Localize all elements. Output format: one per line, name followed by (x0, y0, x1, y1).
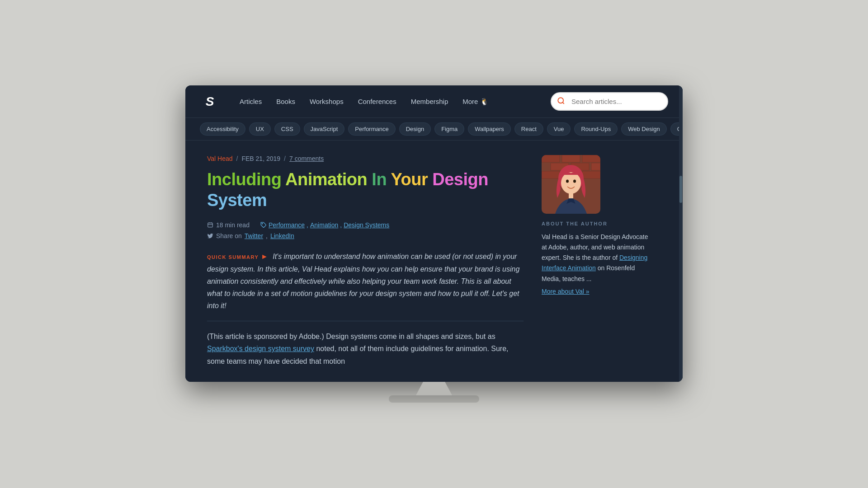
monitor-neck (416, 382, 452, 395)
category-design[interactable]: Design (399, 122, 431, 136)
category-css[interactable]: CSS (274, 122, 300, 136)
search-input[interactable] (551, 92, 668, 111)
nav-more[interactable]: More 🐧 (457, 94, 494, 109)
nav-books[interactable]: Books (271, 94, 301, 109)
read-time-value: 18 min read (216, 221, 250, 229)
svg-rect-14 (542, 171, 560, 178)
title-word-including: Including (207, 170, 285, 189)
comments-link[interactable]: 7 comments (289, 155, 324, 162)
main-nav: Articles Books Workshops Conferences Mem… (234, 94, 536, 109)
meta-separator-1: / (236, 155, 238, 162)
share-twitter[interactable]: Twitter (245, 232, 263, 239)
svg-rect-2 (208, 223, 213, 227)
quick-summary-arrow: ► (261, 253, 268, 260)
search-icon (557, 97, 565, 107)
article-body: (This article is sponsored by Adobe.) De… (207, 330, 524, 367)
svg-rect-9 (562, 155, 580, 162)
article-title: Including Animation In Your Design Syste… (207, 169, 524, 211)
title-word-system: System (207, 191, 267, 210)
quick-summary-label: Quick Summary (207, 254, 259, 260)
category-javascript[interactable]: JavaScript (304, 122, 345, 136)
svg-point-19 (566, 180, 569, 183)
main-content: Val Head / FEB 21, 2019 / 7 comments Inc… (185, 141, 683, 382)
category-react[interactable]: React (514, 122, 543, 136)
logo-letter: S (206, 95, 214, 108)
title-word-design: Design (432, 170, 488, 189)
category-webdesign[interactable]: Web Design (621, 122, 667, 136)
scroll-thumb[interactable] (679, 176, 682, 203)
read-time: 18 min read (207, 221, 250, 229)
article-meta: Val Head / FEB 21, 2019 / 7 comments (207, 155, 524, 162)
svg-point-6 (262, 224, 263, 225)
quick-summary: Quick Summary ► It's important to unders… (207, 250, 524, 312)
share-row: Share on Twitter, LinkedIn (207, 232, 524, 239)
scrollbar[interactable] (679, 85, 683, 382)
category-bar: Accessibility UX CSS JavaScript Performa… (185, 118, 683, 141)
title-word-animation: Animation (285, 170, 372, 189)
sidebar: About The Author Val Head is a Senior De… (542, 155, 650, 367)
author-link[interactable]: Val Head (207, 155, 233, 162)
search-container (551, 92, 668, 111)
tag-performance[interactable]: Performance (269, 221, 305, 229)
clock-icon (207, 222, 213, 228)
site-logo[interactable]: S (200, 92, 220, 112)
sparkbox-link[interactable]: Sparkbox's design system survey (207, 345, 314, 352)
tag-animation[interactable]: Animation (310, 221, 338, 229)
svg-point-20 (573, 180, 576, 183)
share-text: Share on (216, 232, 242, 239)
title-word-your: Your (391, 170, 432, 189)
svg-line-1 (562, 102, 564, 103)
category-performance[interactable]: Performance (348, 122, 395, 136)
category-ux[interactable]: UX (249, 122, 271, 136)
title-word-in: In (372, 170, 391, 189)
content-divider (207, 321, 524, 321)
article: Val Head / FEB 21, 2019 / 7 comments Inc… (207, 155, 524, 367)
svg-rect-10 (582, 155, 600, 162)
nav-workshops[interactable]: Workshops (304, 94, 349, 109)
author-bio: Val Head is a Senior Design Advocate at … (542, 232, 650, 284)
tag-design-systems[interactable]: Design Systems (344, 221, 389, 229)
meta-separator-2: / (284, 155, 286, 162)
article-info-row: 18 min read Performance, Animation, Desi… (207, 221, 524, 229)
category-wallpapers[interactable]: Wallpapers (468, 122, 511, 136)
nav-conferences[interactable]: Conferences (353, 94, 402, 109)
svg-point-0 (558, 98, 563, 103)
twitter-icon (207, 233, 213, 239)
svg-rect-16 (582, 171, 600, 178)
nav-membership[interactable]: Membership (406, 94, 454, 109)
quick-summary-text: It's important to understand how animati… (207, 253, 519, 310)
article-tags: Performance, Animation, Design Systems (260, 221, 389, 229)
category-vue[interactable]: Vue (547, 122, 571, 136)
article-date: FEB 21, 2019 (241, 155, 280, 162)
category-figma[interactable]: Figma (434, 122, 464, 136)
category-roundups[interactable]: Round-Ups (574, 122, 618, 136)
tag-icon (260, 222, 267, 228)
monitor-base (389, 395, 479, 403)
svg-point-18 (561, 172, 581, 194)
svg-rect-13 (591, 163, 600, 170)
svg-rect-21 (569, 192, 573, 199)
more-about-link[interactable]: More about Val » (542, 288, 650, 295)
category-accessibility[interactable]: Accessibility (200, 122, 245, 136)
about-author-label: About The Author (542, 221, 650, 226)
svg-rect-8 (542, 155, 560, 162)
share-linkedin[interactable]: LinkedIn (270, 232, 294, 239)
author-avatar (542, 155, 600, 214)
body-text-start: (This article is sponsored by Adobe.) De… (207, 333, 495, 340)
nav-articles[interactable]: Articles (234, 94, 267, 109)
site-header: S Articles Books Workshops Conferences M… (185, 85, 683, 118)
